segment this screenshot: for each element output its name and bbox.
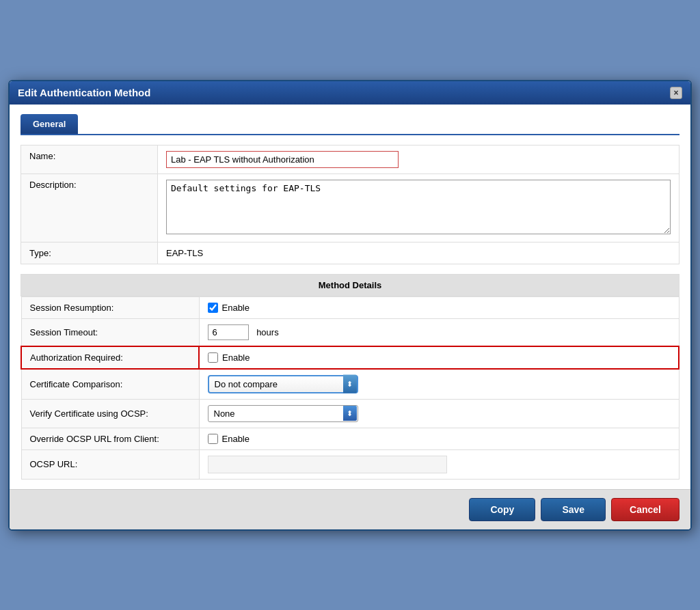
override-ocsp-checkbox[interactable] (208, 434, 218, 444)
auth-required-checkbox[interactable] (208, 352, 218, 363)
description-textarea[interactable]: Default settings for EAP-TLS (166, 180, 671, 234)
session-resumption-checkbox[interactable] (208, 303, 218, 313)
auth-required-checkbox-label: Enable (208, 352, 670, 363)
cert-comparison-select[interactable]: Do not compare Compare Full Compare (208, 375, 358, 393)
override-ocsp-row: Override OCSP URL from Client: Enable (21, 428, 679, 449)
cert-comparison-label: Certificate Comparison: (21, 369, 199, 400)
save-button[interactable]: Save (541, 498, 606, 521)
cancel-button[interactable]: Cancel (611, 498, 679, 521)
session-resumption-value-cell: Enable (199, 296, 679, 318)
verify-cert-select-wrapper: None Optional Required ⬍ (208, 405, 358, 422)
copy-button[interactable]: Copy (469, 498, 535, 521)
description-row: Description: Default settings for EAP-TL… (21, 174, 679, 242)
type-row: Type: EAP-TLS (21, 242, 679, 264)
session-timeout-value-cell: hours (199, 318, 679, 346)
session-timeout-row: Session Timeout: hours (21, 318, 679, 346)
verify-cert-label: Verify Certificate using OCSP: (21, 399, 199, 428)
verify-cert-row: Verify Certificate using OCSP: None Opti… (21, 399, 679, 428)
override-ocsp-value-cell: Enable (199, 428, 679, 449)
name-value-cell (158, 145, 679, 174)
ocsp-url-label: OCSP URL: (21, 449, 199, 479)
description-value-cell: Default settings for EAP-TLS (158, 174, 679, 242)
dialog-footer: Copy Save Cancel (10, 489, 690, 529)
dialog-body: General Name: Description: Default setti… (10, 105, 690, 489)
session-resumption-row: Session Resumption: Enable (21, 296, 679, 318)
name-label: Name: (21, 145, 158, 174)
session-timeout-label: Session Timeout: (21, 318, 199, 346)
dialog-title: Edit Authentication Method (18, 87, 150, 98)
session-resumption-enable-text: Enable (222, 303, 250, 313)
auth-required-enable-text: Enable (222, 352, 250, 363)
dialog-titlebar: Edit Authentication Method × (10, 81, 690, 105)
session-resumption-checkbox-label: Enable (208, 303, 671, 313)
session-timeout-unit: hours (256, 327, 279, 337)
auth-required-row: Authorization Required: Enable (21, 346, 679, 369)
type-label: Type: (21, 242, 158, 264)
cert-comparison-row: Certificate Comparison: Do not compare C… (21, 369, 679, 400)
ocsp-url-value-cell (199, 449, 679, 479)
close-button[interactable]: × (670, 87, 682, 99)
method-details-header: Method Details (21, 274, 679, 296)
ocsp-url-input[interactable] (208, 456, 447, 473)
general-form-table: Name: Description: Default settings for … (21, 145, 679, 264)
verify-cert-value-cell: None Optional Required ⬍ (199, 399, 679, 428)
name-input[interactable] (166, 151, 399, 168)
edit-auth-method-dialog: Edit Authentication Method × General Nam… (8, 80, 692, 531)
cert-comparison-value-cell: Do not compare Compare Full Compare ⬍ (199, 369, 679, 400)
description-label: Description: (21, 174, 158, 242)
auth-required-label: Authorization Required: (21, 346, 199, 369)
override-ocsp-checkbox-label: Enable (208, 434, 671, 444)
cert-comparison-select-wrapper: Do not compare Compare Full Compare ⬍ (208, 375, 358, 393)
verify-cert-select[interactable]: None Optional Required (208, 405, 358, 422)
session-resumption-label: Session Resumption: (21, 296, 199, 318)
method-details-table: Session Resumption: Enable Session Timeo… (21, 296, 679, 480)
override-ocsp-label: Override OCSP URL from Client: (21, 428, 199, 449)
session-timeout-input[interactable] (208, 324, 249, 340)
name-row: Name: (21, 145, 679, 174)
override-ocsp-enable-text: Enable (222, 434, 250, 444)
type-value: EAP-TLS (158, 242, 679, 264)
tab-general[interactable]: General (21, 114, 78, 134)
tab-bar: General (21, 114, 679, 135)
auth-required-value-cell: Enable (199, 346, 679, 369)
ocsp-url-row: OCSP URL: (21, 449, 679, 479)
